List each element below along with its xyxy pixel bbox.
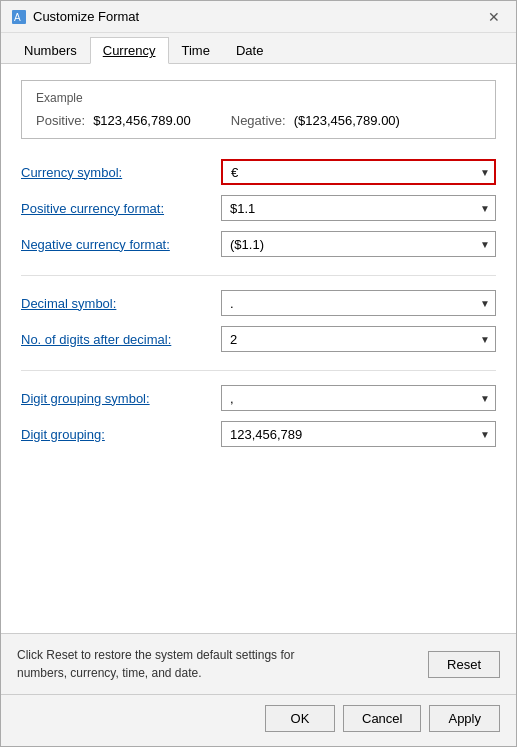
decimal-symbol-row: Decimal symbol: . , ▼ [21, 290, 496, 316]
digits-after-decimal-select[interactable]: 0 1 2 3 [221, 326, 496, 352]
decimal-symbol-wrapper: . , ▼ [221, 290, 496, 316]
digits-after-decimal-label: No. of digits after decimal: [21, 332, 221, 347]
negative-example: Negative: ($123,456,789.00) [231, 113, 400, 128]
digit-grouping-select[interactable]: 123,456,789 12,34,56,789 123456789 [221, 421, 496, 447]
reset-button[interactable]: Reset [428, 651, 500, 678]
grouping-fields-section: Digit grouping symbol: , . ▼ Digit group… [21, 385, 496, 447]
title-bar-left: A Customize Format [11, 9, 139, 25]
negative-format-row: Negative currency format: ($1.1) -$1.1 $… [21, 231, 496, 257]
grouping-symbol-wrapper: , . ▼ [221, 385, 496, 411]
decimal-symbol-select[interactable]: . , [221, 290, 496, 316]
svg-text:A: A [14, 12, 21, 23]
currency-symbol-row: Currency symbol: € $ £ ¥ ▼ [21, 159, 496, 185]
negative-format-select[interactable]: ($1.1) -$1.1 $-1.1 [221, 231, 496, 257]
grouping-symbol-row: Digit grouping symbol: , . ▼ [21, 385, 496, 411]
tab-content: Example Positive: $123,456,789.00 Negati… [1, 64, 516, 633]
window-title: Customize Format [33, 9, 139, 24]
negative-value: ($123,456,789.00) [294, 113, 400, 128]
positive-value: $123,456,789.00 [93, 113, 191, 128]
positive-format-row: Positive currency format: $1.1 1.1$ $ 1.… [21, 195, 496, 221]
digit-grouping-label: Digit grouping: [21, 427, 221, 442]
decimal-fields-section: Decimal symbol: . , ▼ No. of digits afte… [21, 290, 496, 352]
window-icon: A [11, 9, 27, 25]
currency-fields-section: Currency symbol: € $ £ ¥ ▼ Positive curr… [21, 159, 496, 257]
digits-after-decimal-wrapper: 0 1 2 3 ▼ [221, 326, 496, 352]
digits-after-decimal-row: No. of digits after decimal: 0 1 2 3 ▼ [21, 326, 496, 352]
ok-button[interactable]: OK [265, 705, 335, 732]
currency-symbol-label: Currency symbol: [21, 165, 221, 180]
tabs-bar: Numbers Currency Time Date [1, 33, 516, 64]
digit-grouping-wrapper: 123,456,789 12,34,56,789 123456789 ▼ [221, 421, 496, 447]
tab-numbers[interactable]: Numbers [11, 37, 90, 64]
apply-button[interactable]: Apply [429, 705, 500, 732]
customize-format-window: A Customize Format ✕ Numbers Currency Ti… [0, 0, 517, 747]
example-title: Example [36, 91, 481, 105]
tab-currency[interactable]: Currency [90, 37, 169, 64]
cancel-button[interactable]: Cancel [343, 705, 421, 732]
negative-format-label: Negative currency format: [21, 237, 221, 252]
example-box: Example Positive: $123,456,789.00 Negati… [21, 80, 496, 139]
close-button[interactable]: ✕ [482, 5, 506, 29]
positive-format-wrapper: $1.1 1.1$ $ 1.1 ▼ [221, 195, 496, 221]
negative-label: Negative: [231, 113, 286, 128]
positive-format-select[interactable]: $1.1 1.1$ $ 1.1 [221, 195, 496, 221]
positive-format-label: Positive currency format: [21, 201, 221, 216]
decimal-symbol-label: Decimal symbol: [21, 296, 221, 311]
footer-reset-note: Click Reset to restore the system defaul… [17, 646, 297, 682]
title-bar: A Customize Format ✕ [1, 1, 516, 33]
grouping-symbol-select[interactable]: , . [221, 385, 496, 411]
grouping-symbol-label: Digit grouping symbol: [21, 391, 221, 406]
tab-time[interactable]: Time [169, 37, 223, 64]
currency-symbol-select[interactable]: € $ £ ¥ [221, 159, 496, 185]
action-buttons-bar: OK Cancel Apply [1, 694, 516, 746]
divider-2 [21, 370, 496, 371]
negative-format-wrapper: ($1.1) -$1.1 $-1.1 ▼ [221, 231, 496, 257]
positive-label: Positive: [36, 113, 85, 128]
positive-example: Positive: $123,456,789.00 [36, 113, 191, 128]
divider-1 [21, 275, 496, 276]
currency-symbol-wrapper: € $ £ ¥ ▼ [221, 159, 496, 185]
tab-date[interactable]: Date [223, 37, 276, 64]
footer: Click Reset to restore the system defaul… [1, 633, 516, 694]
digit-grouping-row: Digit grouping: 123,456,789 12,34,56,789… [21, 421, 496, 447]
example-row: Positive: $123,456,789.00 Negative: ($12… [36, 113, 481, 128]
